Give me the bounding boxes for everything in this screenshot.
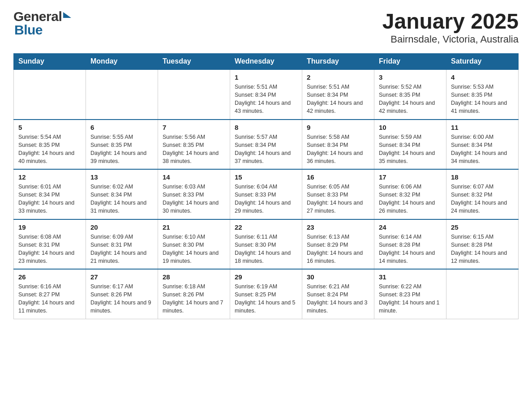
day-info: Sunrise: 5:56 AMSunset: 8:35 PMDaylight:… [163, 133, 225, 166]
day-number: 5 [18, 124, 81, 131]
day-number: 17 [379, 173, 442, 181]
calendar-cell: 2Sunrise: 5:51 AMSunset: 8:34 PMDaylight… [302, 69, 374, 120]
calendar-cell: 1Sunrise: 5:51 AMSunset: 8:34 PMDaylight… [230, 69, 302, 120]
day-number: 1 [235, 73, 297, 81]
day-number: 28 [163, 273, 225, 281]
calendar-header-row: SundayMondayTuesdayWednesdayThursdayFrid… [14, 54, 519, 70]
day-number: 11 [451, 124, 514, 131]
calendar-cell: 20Sunrise: 6:09 AMSunset: 8:31 PMDayligh… [86, 219, 158, 270]
calendar-cell: 30Sunrise: 6:21 AMSunset: 8:24 PMDayligh… [302, 269, 374, 319]
day-number: 16 [307, 173, 369, 181]
calendar-cell: 15Sunrise: 6:04 AMSunset: 8:33 PMDayligh… [230, 169, 302, 219]
day-number: 6 [90, 124, 153, 131]
day-number: 14 [163, 173, 225, 181]
calendar-cell [446, 269, 519, 319]
day-info: Sunrise: 6:11 AMSunset: 8:30 PMDaylight:… [235, 233, 297, 265]
day-number: 9 [307, 124, 369, 131]
day-info: Sunrise: 6:02 AMSunset: 8:34 PMDaylight:… [90, 183, 153, 215]
day-number: 7 [163, 124, 225, 131]
day-info: Sunrise: 6:16 AMSunset: 8:27 PMDaylight:… [18, 283, 81, 315]
week-row-5: 26Sunrise: 6:16 AMSunset: 8:27 PMDayligh… [14, 269, 519, 319]
day-number: 27 [90, 273, 153, 281]
calendar-subtitle: Bairnsdale, Victoria, Australia [382, 34, 519, 45]
week-row-2: 5Sunrise: 5:54 AMSunset: 8:35 PMDaylight… [14, 120, 519, 170]
day-number: 13 [90, 173, 153, 181]
day-number: 24 [379, 223, 442, 231]
day-number: 2 [307, 73, 369, 81]
day-info: Sunrise: 5:52 AMSunset: 8:35 PMDaylight:… [379, 83, 442, 116]
day-info: Sunrise: 5:53 AMSunset: 8:35 PMDaylight:… [451, 83, 514, 116]
calendar-cell: 24Sunrise: 6:14 AMSunset: 8:28 PMDayligh… [374, 219, 446, 270]
day-number: 15 [235, 173, 297, 181]
calendar-cell: 6Sunrise: 5:55 AMSunset: 8:35 PMDaylight… [86, 120, 158, 170]
week-row-3: 12Sunrise: 6:01 AMSunset: 8:34 PMDayligh… [14, 169, 519, 219]
header-sunday: Sunday [14, 54, 86, 70]
calendar-cell: 22Sunrise: 6:11 AMSunset: 8:30 PMDayligh… [230, 219, 302, 270]
calendar-cell: 19Sunrise: 6:08 AMSunset: 8:31 PMDayligh… [14, 219, 86, 270]
day-info: Sunrise: 5:57 AMSunset: 8:34 PMDaylight:… [235, 133, 297, 166]
day-number: 18 [451, 173, 514, 181]
calendar-cell: 12Sunrise: 6:01 AMSunset: 8:34 PMDayligh… [14, 169, 86, 219]
header-wednesday: Wednesday [230, 54, 302, 70]
header-tuesday: Tuesday [158, 54, 230, 70]
day-info: Sunrise: 6:01 AMSunset: 8:34 PMDaylight:… [18, 183, 81, 215]
calendar-table: SundayMondayTuesdayWednesdayThursdayFrid… [13, 53, 519, 319]
day-number: 8 [235, 124, 297, 131]
calendar-cell: 9Sunrise: 5:58 AMSunset: 8:34 PMDaylight… [302, 120, 374, 170]
day-number: 3 [379, 73, 442, 81]
day-number: 25 [451, 223, 514, 231]
day-info: Sunrise: 6:19 AMSunset: 8:25 PMDaylight:… [235, 283, 297, 315]
day-info: Sunrise: 5:51 AMSunset: 8:34 PMDaylight:… [235, 83, 297, 116]
calendar-cell: 11Sunrise: 6:00 AMSunset: 8:34 PMDayligh… [446, 120, 519, 170]
calendar-cell: 18Sunrise: 6:07 AMSunset: 8:32 PMDayligh… [446, 169, 519, 219]
title-block: January 2025 Bairnsdale, Victoria, Austr… [382, 9, 519, 45]
calendar-cell: 7Sunrise: 5:56 AMSunset: 8:35 PMDaylight… [158, 120, 230, 170]
calendar-title: January 2025 [382, 9, 519, 34]
header-thursday: Thursday [302, 54, 374, 70]
calendar-cell: 14Sunrise: 6:03 AMSunset: 8:33 PMDayligh… [158, 169, 230, 219]
day-info: Sunrise: 6:13 AMSunset: 8:29 PMDaylight:… [307, 233, 369, 265]
day-info: Sunrise: 6:14 AMSunset: 8:28 PMDaylight:… [379, 233, 442, 265]
day-info: Sunrise: 6:04 AMSunset: 8:33 PMDaylight:… [235, 183, 297, 215]
logo-triangle-icon [63, 12, 71, 18]
day-number: 30 [307, 273, 369, 281]
day-info: Sunrise: 6:03 AMSunset: 8:33 PMDaylight:… [163, 183, 225, 215]
calendar-cell [14, 69, 86, 120]
day-info: Sunrise: 6:05 AMSunset: 8:33 PMDaylight:… [307, 183, 369, 215]
day-info: Sunrise: 6:08 AMSunset: 8:31 PMDaylight:… [18, 233, 81, 265]
day-info: Sunrise: 6:21 AMSunset: 8:24 PMDaylight:… [307, 283, 369, 315]
calendar-cell: 8Sunrise: 5:57 AMSunset: 8:34 PMDaylight… [230, 120, 302, 170]
day-number: 26 [18, 273, 81, 281]
day-number: 4 [451, 73, 514, 81]
day-info: Sunrise: 5:55 AMSunset: 8:35 PMDaylight:… [90, 133, 153, 166]
calendar-cell: 25Sunrise: 6:15 AMSunset: 8:28 PMDayligh… [446, 219, 519, 270]
day-number: 12 [18, 173, 81, 181]
calendar-cell: 13Sunrise: 6:02 AMSunset: 8:34 PMDayligh… [86, 169, 158, 219]
calendar-cell: 5Sunrise: 5:54 AMSunset: 8:35 PMDaylight… [14, 120, 86, 170]
logo-general-text: General [13, 9, 62, 24]
day-number: 29 [235, 273, 297, 281]
day-number: 10 [379, 124, 442, 131]
day-number: 31 [379, 273, 442, 281]
page-header: General Blue January 2025 Bairnsdale, Vi… [13, 9, 519, 45]
calendar-cell: 16Sunrise: 6:05 AMSunset: 8:33 PMDayligh… [302, 169, 374, 219]
calendar-cell: 31Sunrise: 6:22 AMSunset: 8:23 PMDayligh… [374, 269, 446, 319]
calendar-cell [158, 69, 230, 120]
day-info: Sunrise: 6:06 AMSunset: 8:32 PMDaylight:… [379, 183, 442, 215]
day-info: Sunrise: 6:15 AMSunset: 8:28 PMDaylight:… [451, 233, 514, 265]
day-number: 19 [18, 223, 81, 231]
calendar-cell: 29Sunrise: 6:19 AMSunset: 8:25 PMDayligh… [230, 269, 302, 319]
header-friday: Friday [374, 54, 446, 70]
day-info: Sunrise: 5:54 AMSunset: 8:35 PMDaylight:… [18, 133, 81, 166]
calendar-cell: 21Sunrise: 6:10 AMSunset: 8:30 PMDayligh… [158, 219, 230, 270]
calendar-cell: 28Sunrise: 6:18 AMSunset: 8:26 PMDayligh… [158, 269, 230, 319]
day-info: Sunrise: 6:18 AMSunset: 8:26 PMDaylight:… [163, 283, 225, 315]
day-number: 22 [235, 223, 297, 231]
day-info: Sunrise: 6:09 AMSunset: 8:31 PMDaylight:… [90, 233, 153, 265]
header-monday: Monday [86, 54, 158, 70]
week-row-4: 19Sunrise: 6:08 AMSunset: 8:31 PMDayligh… [14, 219, 519, 270]
calendar-cell: 26Sunrise: 6:16 AMSunset: 8:27 PMDayligh… [14, 269, 86, 319]
day-number: 23 [307, 223, 369, 231]
calendar-cell: 27Sunrise: 6:17 AMSunset: 8:26 PMDayligh… [86, 269, 158, 319]
logo: General Blue [13, 9, 71, 38]
